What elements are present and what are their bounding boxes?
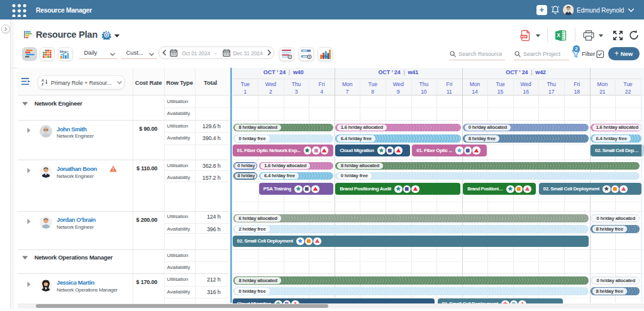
svg-text:X: X bbox=[557, 32, 560, 38]
svg-text:Z: Z bbox=[42, 82, 44, 85]
svg-text:%: % bbox=[44, 50, 47, 52]
svg-text:PDF: PDF bbox=[521, 35, 527, 38]
svg-text:KPIs: KPIs bbox=[322, 55, 329, 58]
